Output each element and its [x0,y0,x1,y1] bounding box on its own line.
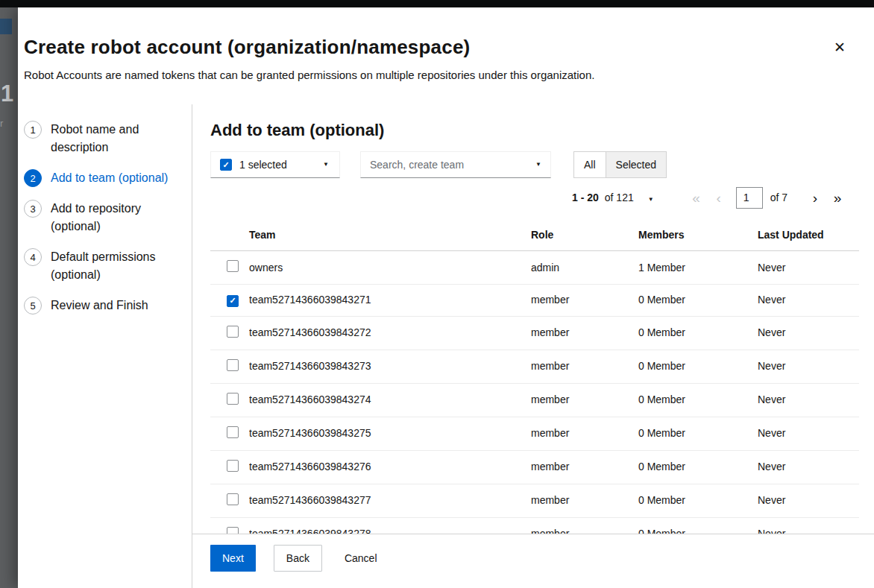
table-header-row: Team Role Members Last Updated [210,220,859,251]
background-heading-fragment: 1 [1,80,13,107]
last-page-button[interactable]: » [826,191,849,205]
column-header-role: Role [531,220,638,251]
last-updated-cell: Never [758,517,859,534]
team-name-cell: team52714366039843276 [249,450,531,484]
wizard-step-robot-name[interactable]: 1 Robot name and description [24,121,183,157]
check-icon: ✓ [222,161,229,169]
step-number-badge: 1 [24,121,42,139]
step-number-badge: 5 [24,297,42,314]
step-label: Robot name and description [51,121,169,157]
row-checkbox[interactable]: ✓ [227,359,239,371]
caret-down-icon: ▼ [648,196,654,203]
previous-page-button: ‹ [708,191,730,205]
team-name-cell: team52714366039843274 [249,383,531,417]
page-top-navbar [0,0,874,7]
team-name-cell: team52714366039843275 [249,417,531,450]
bulk-select-checkbox[interactable]: ✓ [220,159,232,171]
last-updated-cell: Never [758,450,859,484]
last-updated-cell: Never [758,285,859,317]
row-checkbox[interactable]: ✓ [227,460,239,472]
team-name-cell: team52714366039843277 [249,484,531,517]
pagination-range-total: of 121 [605,192,634,203]
step-label: Default permissions (optional) [51,248,169,284]
close-button[interactable]: ✕ [834,40,846,54]
last-updated-cell: Never [758,251,859,285]
caret-down-icon[interactable]: ▼ [535,162,541,168]
team-name-cell: team52714366039843278 [249,517,531,534]
team-search-select: ▼ [360,151,551,178]
toggle-selected-button[interactable]: Selected [606,151,667,178]
row-checkbox[interactable]: ✓ [227,393,239,405]
members-cell: 0 Member [638,285,758,317]
wizard-step-default-permissions[interactable]: 4 Default permissions (optional) [24,248,183,284]
role-cell: admin [531,251,638,285]
last-updated-cell: Never [758,484,859,517]
page-total-label: of 7 [770,192,787,203]
members-cell: 1 Member [638,251,758,285]
pagination: 1 - 20 of 121 ▼ « ‹ of 7 [210,184,859,211]
toggle-all-button[interactable]: All [573,151,606,178]
wizard-step-add-to-team[interactable]: 2 Add to team (optional) [24,169,183,187]
check-icon: ✓ [229,297,236,305]
team-name-cell: owners [249,251,531,285]
table-row: ✓ team52714366039843273 member 0 Member … [210,350,859,383]
pagination-range: 1 - 20 of 121 [572,192,634,203]
role-cell: member [531,350,638,383]
role-cell: member [531,383,638,417]
row-checkbox[interactable]: ✓ [227,527,239,534]
step-label: Review and Finish [51,297,148,314]
view-filter-toggle-group: All Selected [573,151,667,178]
next-page-button[interactable]: › [804,191,826,205]
column-header-last-updated: Last Updated [758,220,859,251]
members-cell: 0 Member [638,316,758,350]
table-row: ✓ team52714366039843271 member 0 Member … [210,285,859,317]
column-header-members: Members [638,220,758,251]
table-row: ✓ team52714366039843278 member 0 Member … [210,517,859,534]
bulk-select-dropdown[interactable]: ✓ 1 selected ▼ [210,151,340,178]
row-checkbox[interactable]: ✓ [227,326,239,338]
current-page-input[interactable] [736,187,763,209]
role-cell: member [531,285,638,317]
caret-down-icon: ▼ [323,162,329,168]
members-cell: 0 Member [638,350,758,383]
last-updated-cell: Never [758,316,859,350]
per-page-menu-toggle[interactable]: ▼ [647,191,656,205]
wizard-step-add-to-repository[interactable]: 3 Add to repository (optional) [24,200,183,235]
row-checkbox[interactable]: ✓ [227,260,239,272]
team-search-input[interactable] [370,159,535,171]
pagination-nav: « ‹ of 7 › » [685,187,849,209]
next-button[interactable]: Next [210,545,256,572]
row-checkbox[interactable]: ✓ [227,426,239,438]
wizard-step-review-finish[interactable]: 5 Review and Finish [24,297,183,314]
add-to-team-panel: Add to team (optional) ✓ 1 selected ▼ ▼ [192,104,874,534]
first-page-button: « [685,191,708,205]
angle-double-right-icon: » [834,190,842,206]
role-cell: member [531,417,638,450]
table-row: ✓ owners admin 1 Member Never [210,251,859,285]
members-cell: 0 Member [638,450,758,484]
close-icon: ✕ [834,39,846,55]
modal-header: Create robot account (organization/names… [18,7,874,104]
row-checkbox[interactable]: ✓ [227,295,239,307]
cancel-button[interactable]: Cancel [339,545,383,572]
step-number-badge: 3 [24,200,42,218]
table-row: ✓ team52714366039843276 member 0 Member … [210,450,859,484]
row-checkbox[interactable]: ✓ [227,493,239,505]
role-cell: member [531,517,638,534]
table-row: ✓ team52714366039843274 member 0 Member … [210,383,859,417]
column-header-team: Team [249,220,531,251]
modal-description: Robot Accounts are named tokens that can… [24,69,829,81]
last-updated-cell: Never [758,383,859,417]
section-heading: Add to team (optional) [210,121,859,140]
table-row: ✓ team52714366039843275 member 0 Member … [210,417,859,450]
back-button[interactable]: Back [274,545,322,572]
wizard-footer: Next Back Cancel [192,534,874,588]
wizard-steps-nav: 1 Robot name and description 2 Add to te… [18,104,192,588]
angle-left-icon: ‹ [716,190,720,206]
pagination-range-current: 1 - 20 [572,192,599,203]
last-updated-cell: Never [758,350,859,383]
step-label: Add to repository (optional) [51,200,169,235]
angle-double-left-icon: « [692,190,700,206]
role-cell: member [531,316,638,350]
step-number-badge: 4 [24,248,42,266]
